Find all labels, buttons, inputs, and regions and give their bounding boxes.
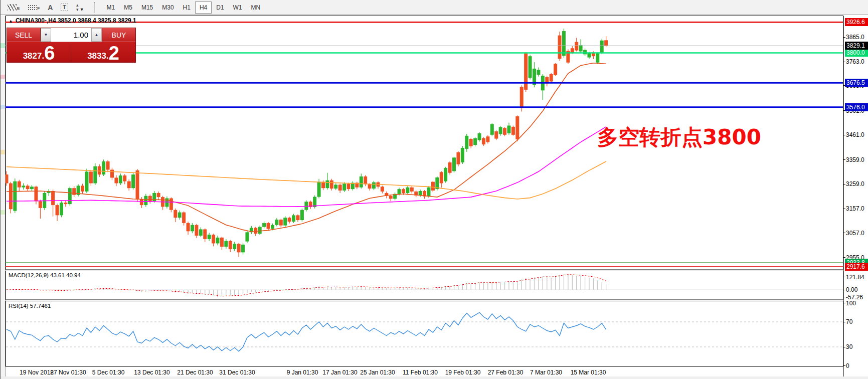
- strip-mark: [1, 150, 5, 154]
- candle-body: [237, 244, 241, 252]
- candle-body: [321, 182, 325, 188]
- tick-mark: [843, 277, 845, 277]
- candle-body: [347, 184, 351, 189]
- candle-body: [372, 182, 376, 189]
- candle-body: [203, 229, 207, 239]
- candle-body: [51, 191, 55, 205]
- rsi-axis-0: 0: [846, 362, 868, 369]
- candle-body: [216, 238, 220, 244]
- candle-body: [427, 187, 431, 197]
- tick-mark: [843, 303, 845, 303]
- rsi-axis-70: 70: [846, 318, 868, 325]
- level-badge-3576.0: 3576.0: [845, 103, 868, 111]
- level-badge-3676.5: 3676.5: [845, 79, 868, 87]
- date-tick: 13 Dec 01:30: [134, 369, 169, 376]
- candle-body: [575, 42, 578, 51]
- candle-body: [537, 70, 540, 75]
- candle-body: [173, 210, 177, 218]
- candle-body: [473, 138, 477, 145]
- sell-price[interactable]: 3827.6: [7, 42, 71, 63]
- rsi-label: RSI(14) 57.7461: [9, 303, 51, 309]
- candle-body: [554, 64, 557, 75]
- candle-body: [529, 56, 532, 78]
- candle-body: [60, 203, 63, 215]
- strip-mark: [1, 105, 5, 109]
- tick-mark: [843, 365, 845, 366]
- candle-body: [520, 87, 524, 108]
- tick-mark: [843, 347, 845, 347]
- candle-body: [292, 215, 295, 222]
- candle-body: [178, 213, 182, 218]
- candle-body: [402, 189, 405, 193]
- candle-body: [64, 203, 67, 204]
- window-bottom-edge: [1, 376, 868, 379]
- candle-body: [511, 127, 515, 135]
- date-tick: 11 Feb 01:30: [403, 369, 438, 376]
- candle-body: [114, 177, 118, 183]
- buy-price[interactable]: 3833.2: [71, 42, 135, 63]
- candle-body: [102, 161, 105, 174]
- candle-body: [220, 238, 224, 247]
- candle-body: [241, 245, 245, 252]
- candle-body: [283, 218, 287, 225]
- candle-body: [89, 171, 93, 183]
- level-badge-3926.6: 3926.6: [845, 18, 868, 26]
- candle-body: [381, 186, 384, 192]
- date-tick: 19 Feb 01:30: [445, 369, 481, 376]
- candle-body: [419, 191, 422, 196]
- price-tick-3157.0: 3157.0: [846, 205, 868, 212]
- candle-body: [482, 138, 485, 145]
- macd-axis-121.84: 121.84: [846, 274, 868, 281]
- rsi-line: [7, 312, 606, 351]
- candle-body: [398, 189, 401, 194]
- price-tick-3865.0: 3865.0: [846, 34, 868, 41]
- candle-body: [444, 168, 447, 181]
- volume-increase-button[interactable]: ▲: [91, 28, 102, 42]
- buy-button[interactable]: BUY: [102, 28, 135, 42]
- candle-body: [136, 170, 139, 200]
- candle-body: [98, 166, 101, 174]
- candle-body: [317, 182, 321, 197]
- current-price-badge: 3829.1: [845, 42, 868, 50]
- candle-body: [410, 187, 414, 192]
- volume-decrease-button[interactable]: ▼: [41, 28, 51, 42]
- candle-body: [342, 184, 346, 191]
- date-tick: 19 Nov 2018: [20, 369, 54, 376]
- tick-mark: [843, 37, 845, 38]
- candle-body: [157, 193, 160, 197]
- sell-button[interactable]: SELL: [7, 28, 40, 42]
- level-badge-2917.6: 2917.6: [845, 263, 868, 271]
- candle-body: [604, 40, 608, 46]
- chart-text-annotation[interactable]: 多空转折点3800: [597, 123, 761, 151]
- candle-body: [364, 176, 367, 184]
- candle-body: [68, 188, 72, 204]
- candle-body: [85, 171, 88, 192]
- date-tick: 31 Dec 01:30: [219, 369, 255, 376]
- level-badge-3800.0: 3800.0: [845, 49, 868, 57]
- tick-mark: [843, 62, 845, 62]
- candle-body: [271, 225, 274, 229]
- candle-body: [360, 176, 363, 187]
- candle-body: [144, 196, 147, 205]
- rsi-axis-30: 30: [846, 343, 868, 350]
- candle-body: [191, 225, 194, 232]
- date-tick: 25 Jan 01:30: [360, 369, 395, 376]
- strip-mark: [1, 43, 5, 48]
- candle-body: [81, 185, 84, 192]
- volume-input[interactable]: [51, 28, 91, 42]
- tick-mark: [843, 297, 845, 297]
- left-panel-edge: [1, 16, 6, 379]
- macd-label: MACD(12,26,9) 43.61 40.94: [9, 272, 81, 278]
- candle-body: [334, 184, 337, 188]
- date-tick: 7 Mar 01:30: [530, 369, 562, 376]
- candle-body: [583, 50, 587, 55]
- chart-window: ▲CHINA300-,H4 3852.0 3868.4 3825.8 3829.…: [6, 16, 868, 379]
- candle-body: [406, 187, 409, 193]
- macd-axis-0.00: 0.00: [846, 286, 868, 293]
- candle-body: [123, 175, 126, 181]
- candle-body: [368, 184, 372, 188]
- candle-body: [131, 174, 135, 188]
- price-tick-3763.0: 3763.0: [846, 58, 868, 65]
- candle-body: [558, 36, 562, 59]
- candle-body: [195, 225, 198, 236]
